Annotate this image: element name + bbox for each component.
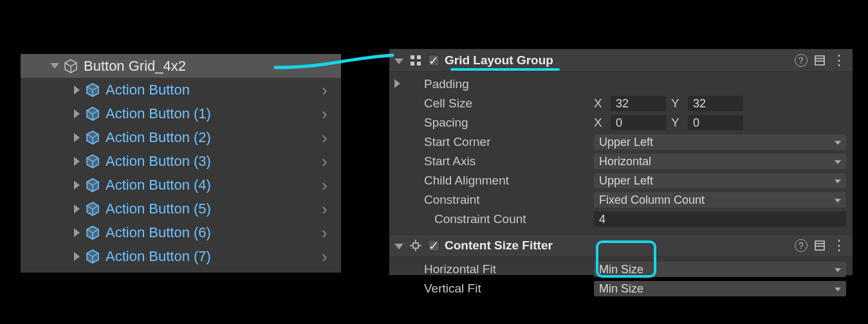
annotation-connector [0,0,868,324]
annotation-highlight-box [596,240,656,278]
annotation-underline [450,68,560,71]
